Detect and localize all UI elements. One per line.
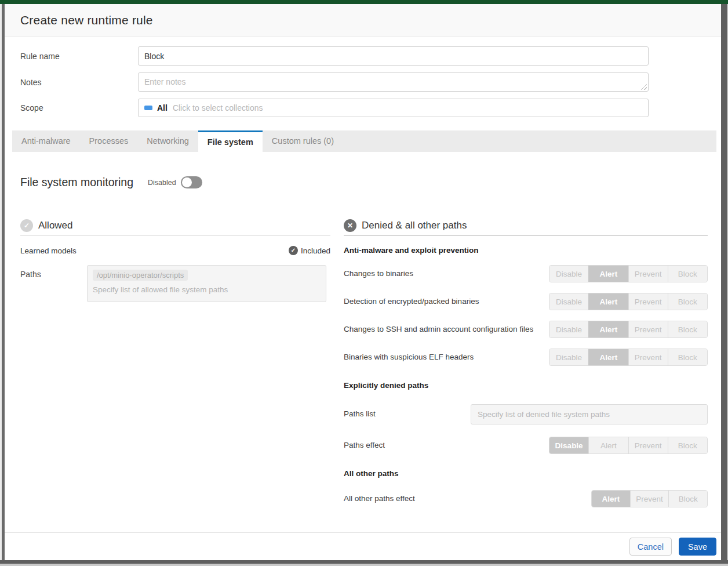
effect-option-prevent[interactable]: Prevent	[628, 266, 668, 282]
effect-row-label: Changes to binaries	[344, 268, 413, 280]
tab-anti-malware[interactable]: Anti-malware	[12, 130, 80, 152]
effect-option-alert[interactable]: Alert	[588, 437, 628, 453]
create-runtime-rule-dialog: Create new runtime rule Rule name Notes …	[5, 4, 721, 560]
monitoring-state-label: Disabled	[148, 179, 176, 187]
effect-segmented-control: Disable Alert Prevent Block	[549, 321, 708, 338]
effect-segmented-control: Disable Alert Prevent Block	[549, 349, 708, 366]
effect-option-disable[interactable]: Disable	[549, 266, 588, 282]
denied-section-header: ✕ Denied & all other paths	[344, 219, 708, 232]
rule-meta-form: Rule name Notes Scope All Click to selec…	[5, 37, 721, 129]
dialog-header: Create new runtime rule	[5, 4, 721, 37]
allowed-section-header: ✓ Allowed	[20, 219, 330, 232]
all-other-paths-effect-label: All other paths effect	[344, 493, 415, 505]
paths-effect-row: Paths effect Disable Alert Prevent Block	[344, 437, 708, 454]
effect-option-alert[interactable]: Alert	[588, 293, 628, 310]
file-system-tab-panel: File system monitoring Disabled ✓ Allowe…	[5, 152, 721, 532]
effect-row-label: Detection of encrypted/packed binaries	[344, 296, 479, 308]
effect-option-block[interactable]: Block	[668, 349, 707, 365]
allowed-paths-row: Paths /opt/minio-operator/scripts Specif…	[20, 265, 330, 302]
effect-option-alert[interactable]: Alert	[592, 491, 630, 507]
scope-label: Scope	[20, 103, 138, 113]
tab-custom-rules[interactable]: Custom rules (0)	[263, 130, 343, 152]
denied-section: ✕ Denied & all other paths Anti-malware …	[344, 219, 708, 507]
check-circle-icon: ✓	[289, 246, 298, 255]
effect-segmented-control: Disable Alert Prevent Block	[549, 293, 708, 310]
effect-option-disable[interactable]: Disable	[549, 293, 588, 310]
x-circle-icon: ✕	[344, 219, 356, 232]
section-divider	[20, 235, 330, 235]
all-other-paths-effect-row: All other paths effect Alert Prevent Blo…	[344, 490, 708, 507]
effect-row-encrypted-packed-binaries: Detection of encrypted/packed binaries D…	[344, 293, 708, 310]
effect-option-disable[interactable]: Disable	[549, 321, 588, 338]
paths-list-label: Paths list	[344, 408, 471, 420]
collection-color-icon	[144, 106, 152, 110]
effect-option-disable[interactable]: Disable	[549, 437, 588, 453]
effect-option-prevent[interactable]: Prevent	[628, 349, 668, 365]
allowed-paths-placeholder: Specify list of allowed file system path…	[93, 285, 321, 294]
effect-option-prevent[interactable]: Prevent	[628, 293, 668, 310]
monitoring-header-row: File system monitoring Disabled	[20, 176, 708, 189]
effect-option-alert[interactable]: Alert	[588, 321, 628, 338]
effect-option-prevent[interactable]: Prevent	[628, 437, 668, 453]
rule-name-input[interactable]	[138, 46, 649, 66]
section-divider	[344, 235, 708, 235]
effect-option-prevent[interactable]: Prevent	[630, 491, 669, 507]
effect-option-prevent[interactable]: Prevent	[628, 321, 668, 338]
rule-name-label: Rule name	[20, 52, 138, 61]
effect-row-label: Binaries with suspicious ELF headers	[344, 351, 474, 364]
effect-option-alert[interactable]: Alert	[588, 266, 628, 282]
included-badge: ✓ Included	[289, 246, 330, 255]
denied-paths-list-row: Paths list	[344, 404, 708, 424]
notes-input[interactable]	[138, 72, 649, 92]
notes-row: Notes	[20, 72, 721, 92]
frame-edge-bottom	[0, 564, 728, 566]
effect-row-suspicious-elf-headers: Binaries with suspicious ELF headers Dis…	[344, 349, 708, 366]
allowed-section: ✓ Allowed Learned models ✓ Included Path…	[20, 219, 330, 507]
notes-label: Notes	[20, 78, 138, 87]
effect-segmented-control: Alert Prevent Block	[591, 490, 708, 507]
allowed-paths-label: Paths	[20, 265, 87, 279]
tab-file-system[interactable]: File system	[198, 130, 263, 152]
included-badge-label: Included	[301, 246, 330, 255]
effect-option-alert[interactable]: Alert	[588, 349, 628, 365]
allow-deny-columns: ✓ Allowed Learned models ✓ Included Path…	[20, 219, 708, 507]
denied-section-title: Denied & all other paths	[362, 220, 467, 231]
effect-segmented-control: Disable Alert Prevent Block	[549, 437, 708, 454]
effect-segmented-control: Disable Alert Prevent Block	[549, 265, 708, 282]
scope-row: Scope All Click to select collections	[20, 99, 721, 117]
top-accent-bar	[0, 0, 728, 4]
effect-option-block[interactable]: Block	[668, 321, 707, 338]
file-system-monitoring-toggle[interactable]	[181, 176, 202, 188]
toggle-knob	[182, 177, 192, 187]
antimalware-subheader: Anti-malware and exploit prevention	[344, 246, 708, 255]
frame-border-right	[721, 4, 727, 564]
check-circle-icon: ✓	[20, 219, 33, 232]
effect-option-block[interactable]: Block	[668, 293, 707, 310]
effect-option-block[interactable]: Block	[668, 266, 707, 282]
effect-option-block[interactable]: Block	[668, 491, 707, 507]
file-system-monitoring-title: File system monitoring	[20, 176, 133, 189]
tab-processes[interactable]: Processes	[80, 130, 138, 152]
allowed-path-chip[interactable]: /opt/minio-operator/scripts	[93, 270, 188, 281]
tab-networking[interactable]: Networking	[137, 130, 198, 152]
save-button[interactable]: Save	[679, 538, 716, 556]
denied-paths-input[interactable]	[471, 404, 708, 424]
all-other-paths-subheader: All other paths	[344, 469, 708, 478]
scope-placeholder: Click to select collections	[173, 103, 263, 113]
allowed-section-title: Allowed	[38, 220, 73, 231]
explicitly-denied-subheader: Explicitly denied paths	[344, 381, 708, 390]
learned-models-label: Learned models	[20, 246, 77, 255]
screen: Create new runtime rule Rule name Notes …	[0, 0, 728, 566]
dialog-title: Create new runtime rule	[20, 13, 153, 27]
effect-row-ssh-admin-config: Changes to SSH and admin account configu…	[344, 321, 708, 338]
rule-name-row: Rule name	[20, 46, 721, 66]
effect-row-label: Changes to SSH and admin account configu…	[344, 324, 533, 336]
scope-collections-selector[interactable]: All Click to select collections	[138, 99, 649, 117]
dialog-footer: Cancel Save	[5, 532, 721, 560]
rule-category-tabs: Anti-malware Processes Networking File s…	[12, 130, 716, 152]
cancel-button[interactable]: Cancel	[629, 538, 672, 556]
allowed-paths-input[interactable]: /opt/minio-operator/scripts Specify list…	[87, 265, 326, 302]
effect-option-disable[interactable]: Disable	[549, 349, 588, 365]
scope-chip-all: All	[157, 103, 168, 113]
effect-option-block[interactable]: Block	[668, 437, 707, 453]
